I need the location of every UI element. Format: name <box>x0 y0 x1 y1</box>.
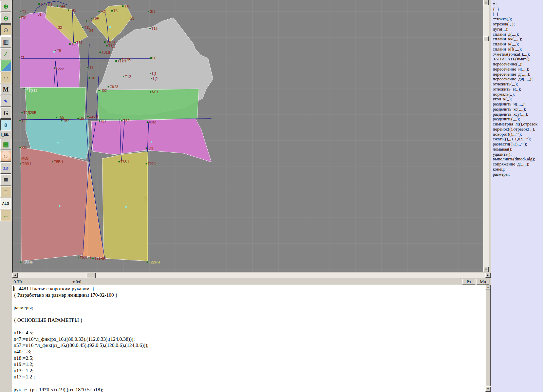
editor-line[interactable] <box>14 311 149 317</box>
table-chart-icon[interactable]: ▤ <box>0 139 11 150</box>
command-item[interactable]: отложить(,,,); <box>493 81 543 86</box>
command-item[interactable]: пересечение_д(,,,,,); <box>493 72 543 77</box>
pattern-piece-midriff-right[interactable] <box>91 119 211 162</box>
command-item[interactable]: сплайн_д(,,,,); <box>493 32 543 37</box>
point-marker <box>68 9 69 11</box>
command-item[interactable]: развести((),(),,,""); <box>493 141 543 146</box>
command-item[interactable]: поворот((),,,""); <box>493 132 543 137</box>
md-button[interactable]: Мд <box>476 279 489 285</box>
canvas-area[interactable]: Т3Ц1П44Т41Ж2Т6Т16Ж1Т1Т013132Т7Т6РТ113433… <box>12 0 483 272</box>
alg-document-icon[interactable]: ALG <box>0 198 11 209</box>
picture-icon[interactable] <box>0 60 11 71</box>
program-editor[interactable]: { 4481 Платье с коротким рукавом }{ Разр… <box>12 285 491 392</box>
pattern-canvas[interactable]: Т3Ц1П44Т41Ж2Т6Т16Ж1Т1Т013132Т7Т6РТ113433… <box>13 0 483 272</box>
command-item[interactable]: [ ] <box>493 12 543 17</box>
pattern-card-icon[interactable]: ▱ <box>0 72 11 83</box>
command-item[interactable]: ЗАПИСАТЬ(имя=(), <box>493 56 543 61</box>
preview-pattern-icon[interactable]: ⊙ <box>0 24 11 36</box>
editor-scroll-thumb[interactable] <box>485 290 491 386</box>
editor-line[interactable]: { 4481 Платье с коротким рукавом } <box>14 286 149 292</box>
scroll-up-icon[interactable]: ▲ <box>483 0 489 5</box>
exit-book-icon[interactable]: ← <box>0 210 11 221</box>
scroll-down-icon[interactable]: ▼ <box>483 267 489 272</box>
editor-line[interactable]: { Разработано на размер женщины 170-92-1… <box>14 292 149 299</box>
command-item[interactable]: { } <box>493 6 543 12</box>
scroll-right-icon[interactable]: ► <box>485 273 491 278</box>
command-item[interactable]: дуга(,,,); <box>493 26 543 32</box>
editor-line[interactable]: п17:=1.2 ; <box>14 374 149 380</box>
scroll-down-icon[interactable]: ▼ <box>485 387 491 392</box>
command-item[interactable]: :=точка(,); <box>493 16 543 21</box>
pattern-piece-skirt-right[interactable] <box>102 152 148 261</box>
scroll-up-icon[interactable]: ▲ <box>485 285 491 290</box>
command-item[interactable]: конец; <box>493 166 543 172</box>
command-item[interactable]: пересечение_дн(,,,,,); <box>493 76 543 81</box>
command-item[interactable]: сжать((),,,1.1,0.9,""); <box>493 136 543 141</box>
pattern-point-label: СК23 <box>110 85 118 89</box>
editor-line[interactable] <box>14 380 149 387</box>
editor-line[interactable]: п40:=-3; <box>14 349 149 355</box>
books-icon[interactable]: ≡ <box>0 186 11 197</box>
command-item[interactable]: сплайн_к[](,,,,); <box>493 46 543 52</box>
command-item[interactable]: сплайн_кк(,,,,,); <box>493 36 543 41</box>
canvas-horizontal-scrollbar[interactable]: ◄ ► <box>12 273 491 278</box>
ruler-8-icon[interactable]: 8 <box>0 119 11 131</box>
command-item[interactable]: выполнить(dmod\.alg); <box>493 156 543 161</box>
pattern-point-label: Ж02 <box>149 120 156 124</box>
editor-line[interactable]: п18:=2.5; <box>14 355 149 362</box>
editor-line[interactable] <box>14 298 149 305</box>
command-item[interactable]: ломаная(); <box>493 146 543 152</box>
command-item[interactable]: разделить_н(,,,,,); <box>493 101 543 106</box>
point-marker <box>146 163 147 164</box>
m-document-icon[interactable]: M <box>0 84 11 95</box>
pattern-point-label: Т6 <box>113 9 117 13</box>
command-item[interactable]: симметрия_л((),отрезок <box>493 121 543 126</box>
command-item[interactable]: разделить_кс(,,,,); <box>493 106 543 112</box>
horizontal-scroll-thumb[interactable] <box>86 273 96 278</box>
point-marker <box>77 118 79 119</box>
drafting-tools-icon[interactable]: ✎ <box>0 96 11 107</box>
editor-line[interactable] <box>14 324 149 330</box>
editor-line[interactable]: п47:=п16*л_фнк(рз_16,((80,0.33),(112,0.3… <box>14 336 149 343</box>
command-item[interactable]: :=метка(точка(,),,,,); <box>493 52 543 57</box>
scroll-left-icon[interactable]: ◄ <box>12 273 18 278</box>
grid-icon[interactable]: ▦ <box>0 36 11 47</box>
editor-line[interactable]: п16:=4.5; <box>14 330 149 336</box>
command-item[interactable]: сплайн_к(,,,,); <box>493 41 543 46</box>
editor-line[interactable]: п57:=п16 *л_фнк(рз_16,((80,0.45),(92,0.5… <box>14 342 149 349</box>
text-list-icon[interactable]: ≣ <box>0 174 11 185</box>
command-item[interactable]: пересечение_н(,,,,); <box>493 66 543 72</box>
editor-line[interactable]: { ОСНОВНЫЕ ПАРАМЕТРЫ } <box>14 317 149 324</box>
editor-line[interactable]: размеры; <box>14 305 149 311</box>
command-item[interactable]: отрезок( , ); <box>493 21 543 26</box>
g-curves-icon[interactable]: G <box>0 107 11 119</box>
command-item[interactable]: нормаль(,,); <box>493 92 543 97</box>
editor-line[interactable]: рук_с:=(рз_19*0.5+п19),(рз_18*0.5+п18); <box>14 387 149 392</box>
editor-scrollbar[interactable]: ▲ ▼ <box>485 285 491 392</box>
command-item[interactable]: разделить(,,,,); <box>493 116 543 121</box>
editor-text[interactable]: { 4481 Платье с коротким рукавом }{ Разр… <box>14 286 149 392</box>
model-photo-icon[interactable]: ☺ <box>0 151 11 162</box>
command-item[interactable]: сопряжение_д(,,,,,); <box>493 161 543 166</box>
editor-line[interactable]: п13:=1.2; <box>14 368 149 374</box>
pattern-point-label: Ц5 <box>79 116 84 120</box>
measure-line-icon[interactable]: ∕ <box>0 48 11 59</box>
pattern-point-label: Т22НН <box>149 260 160 264</box>
point-marker <box>98 11 100 12</box>
pattern-piece-waistband-right[interactable] <box>97 89 199 121</box>
zoom-out-icon[interactable]: ⊖ <box>0 13 11 24</box>
command-item[interactable]: угол_к(,,); <box>493 96 543 101</box>
editor-line[interactable]: п19:=1.2; <box>14 361 149 368</box>
command-item[interactable]: удалить(); <box>493 152 543 157</box>
command-item[interactable]: = ; <box>493 1 543 6</box>
command-item[interactable]: отложить_в(,,); <box>493 86 543 92</box>
command-item[interactable]: размеры; <box>493 172 543 177</box>
vertical-scroll-thumb[interactable] <box>483 36 489 41</box>
zoom-in-icon[interactable]: ⊕ <box>0 1 11 12</box>
command-item[interactable]: разделить_ксу(,,,,); <box>493 112 543 117</box>
command-item[interactable]: перенос((),отрезок( , ), <box>493 126 543 132</box>
3d-view-icon[interactable]: 3D <box>0 162 11 174</box>
command-item[interactable]: пересечение(,,); <box>493 61 543 66</box>
canvas-vertical-scrollbar[interactable]: ▲ ▼ <box>483 0 489 272</box>
rz-button[interactable]: Рз <box>462 279 475 285</box>
